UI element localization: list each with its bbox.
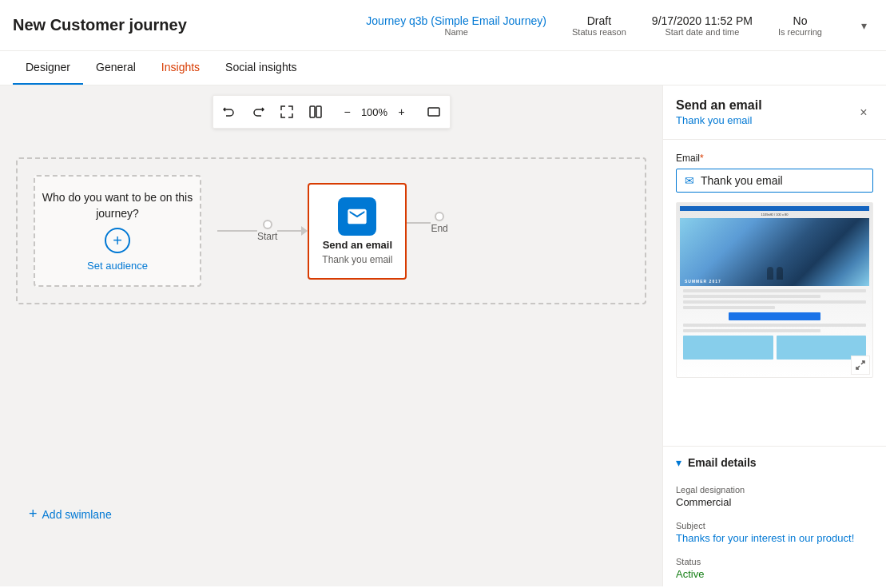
preview-line-2 xyxy=(683,295,820,298)
flow-elements: Start Send an ema xyxy=(217,183,448,280)
frame-button[interactable] xyxy=(421,99,447,125)
panel-title: Send an email xyxy=(676,98,762,113)
envelope-icon xyxy=(346,205,368,228)
subject-detail: Subject Thanks for your interest in our … xyxy=(663,514,886,550)
node-title: Send an email xyxy=(323,239,392,251)
tab-insights[interactable]: Insights xyxy=(149,51,213,85)
preview-line-3 xyxy=(683,300,866,304)
email-field-label: Email* xyxy=(676,153,873,164)
end-circle xyxy=(435,212,444,221)
redo-button[interactable] xyxy=(245,99,271,125)
meta-recurring: No Is recurring xyxy=(778,14,822,37)
panel-close-button[interactable]: × xyxy=(854,103,873,122)
subject-value: Thanks for your interest in our product! xyxy=(676,532,873,544)
email-icon-box xyxy=(338,197,376,236)
figure-2 xyxy=(777,267,783,280)
preview-line-4 xyxy=(683,306,775,309)
preview-grid xyxy=(683,336,866,360)
preview-content: 1109x80 / 100 x 80 SUMMER 2017 xyxy=(677,203,872,363)
tab-designer[interactable]: Designer xyxy=(13,51,83,85)
recurring-value: No xyxy=(778,14,822,27)
preview-line-5 xyxy=(683,324,866,327)
start-circle xyxy=(263,220,272,229)
tab-bar: Designer General Insights Social insight… xyxy=(0,51,886,85)
panel-subtitle: Thank you email xyxy=(676,114,762,126)
figure-1 xyxy=(767,267,773,280)
required-marker: * xyxy=(700,153,704,164)
start-label: Start xyxy=(257,231,277,242)
add-audience-button[interactable]: + xyxy=(105,228,130,253)
connector-to-end: End xyxy=(407,212,447,234)
panel-title-group: Send an email Thank you email xyxy=(676,98,762,126)
add-swimlane-icon: + xyxy=(29,506,38,522)
page-title: New Customer journey xyxy=(13,16,187,34)
canvas-content: Who do you want to be on this journey? +… xyxy=(0,141,662,586)
node-subtitle: Thank you email xyxy=(322,254,392,265)
canvas-area: − 100% + Who do you want to be on this j… xyxy=(0,85,662,586)
preview-header xyxy=(680,206,869,211)
add-swimlane-button[interactable]: + Add swimlane xyxy=(29,506,112,522)
email-field-icon: ✉ xyxy=(685,174,694,187)
email-field-value: Thank you email xyxy=(701,174,783,187)
subject-label: Subject xyxy=(676,521,873,530)
canvas-toolbar: − 100% + xyxy=(213,95,451,129)
audience-text: Who do you want to be on this journey? xyxy=(35,190,200,221)
email-input-field[interactable]: ✉ Thank you email xyxy=(676,169,873,193)
preview-grid-1 xyxy=(683,336,773,360)
swimlane: Who do you want to be on this journey? +… xyxy=(16,157,646,304)
preview-text-area xyxy=(680,286,869,360)
fit-button[interactable] xyxy=(274,99,300,125)
panel-content: Email* ✉ Thank you email 1109x80 / 100 x… xyxy=(663,140,886,446)
start-node: Start xyxy=(257,220,277,242)
tab-social-insights[interactable]: Social insights xyxy=(213,51,310,85)
email-node-container: Send an email Thank you email xyxy=(308,183,407,280)
preview-filename: 1109x80 / 100 x 80 xyxy=(680,213,869,217)
meta-status: Draft Status reason xyxy=(572,14,626,37)
email-status-value: Active xyxy=(676,568,873,580)
flow-line-3 xyxy=(407,222,431,224)
zoom-controls: − 100% + xyxy=(332,102,418,121)
preview-cta xyxy=(729,312,820,320)
email-preview: 1109x80 / 100 x 80 SUMMER 2017 xyxy=(676,202,873,378)
page-header: New Customer journey Journey q3b (Simple… xyxy=(0,0,886,51)
tab-general[interactable]: General xyxy=(83,51,149,85)
preview-line-1 xyxy=(683,289,866,292)
undo-button[interactable] xyxy=(217,99,242,125)
preview-figures xyxy=(767,267,783,280)
legal-label: Legal designation xyxy=(676,485,873,495)
email-node[interactable]: Send an email Thank you email xyxy=(308,183,407,280)
header-meta: Journey q3b (Simple Email Journey) Name … xyxy=(366,14,873,37)
svg-rect-0 xyxy=(310,106,315,117)
audience-box: Who do you want to be on this journey? +… xyxy=(34,175,201,287)
email-details-content: Legal designation Commercial Subject Tha… xyxy=(663,479,886,586)
zoom-in-button[interactable]: + xyxy=(392,102,411,121)
flow-line-2 xyxy=(277,230,301,232)
journey-name-value: Journey q3b (Simple Email Journey) xyxy=(366,14,546,27)
right-panel: Send an email Thank you email × Email* ✉… xyxy=(662,85,886,586)
main-area: − 100% + Who do you want to be on this j… xyxy=(0,85,886,586)
status-label: Status reason xyxy=(572,27,626,37)
svg-rect-2 xyxy=(428,108,439,116)
recurring-label: Is recurring xyxy=(778,27,822,37)
flow-arrow-1 xyxy=(301,226,308,236)
preview-line-6 xyxy=(683,329,820,332)
set-audience-link[interactable]: Set audience xyxy=(87,260,148,272)
meta-datetime: 9/17/2020 11:52 PM Start date and time xyxy=(652,14,753,37)
preview-expand-button[interactable] xyxy=(851,356,870,375)
email-preview-image: 1109x80 / 100 x 80 SUMMER 2017 xyxy=(676,202,873,378)
end-label: End xyxy=(431,223,447,234)
email-details-section-header[interactable]: ▾ Email details xyxy=(663,446,886,479)
status-value: Draft xyxy=(572,14,626,27)
columns-button[interactable] xyxy=(303,99,328,125)
journey-name-label: Name xyxy=(366,27,546,37)
panel-header: Send an email Thank you email × xyxy=(663,85,886,140)
datetime-label: Start date and time xyxy=(652,27,753,37)
add-swimlane-label: Add swimlane xyxy=(42,508,112,521)
datetime-value: 9/17/2020 11:52 PM xyxy=(652,14,753,27)
zoom-out-button[interactable]: − xyxy=(338,102,357,121)
preview-summer: SUMMER 2017 xyxy=(685,279,721,284)
expand-icon xyxy=(856,360,865,370)
header-expand-button[interactable]: ▾ xyxy=(854,16,873,35)
flow-line-1 xyxy=(217,230,257,232)
meta-name: Journey q3b (Simple Email Journey) Name xyxy=(366,14,546,37)
